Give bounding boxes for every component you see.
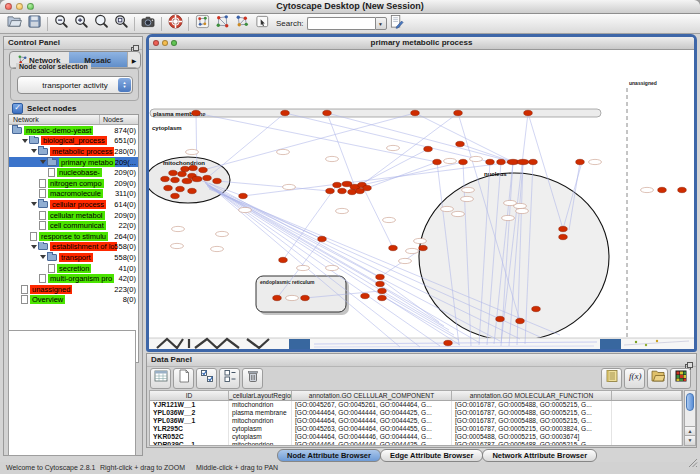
node-color-dropdown[interactable]: transporter activity ▲▼ xyxy=(17,76,133,94)
graph-node[interactable] xyxy=(188,188,197,193)
tree-row[interactable]: nitrogen compo209(0) xyxy=(9,178,138,189)
graph-node[interactable] xyxy=(182,178,192,183)
table-row[interactable]: YJR121W__1mitochondrion[GO:0045267, GO:0… xyxy=(150,401,682,409)
graph-node[interactable] xyxy=(678,187,687,192)
frame-minimize-icon[interactable] xyxy=(162,40,168,46)
network-tree-header[interactable]: Network Nodes xyxy=(9,115,138,125)
search-dropdown-icon[interactable]: ▼ xyxy=(375,17,387,30)
tree-row[interactable]: establishment of lo558(0) xyxy=(9,242,138,253)
graph-label-oval[interactable] xyxy=(641,187,654,192)
attribute-table-button[interactable] xyxy=(150,368,171,389)
delete-attribute-button[interactable] xyxy=(242,368,263,389)
close-window-icon[interactable] xyxy=(5,3,12,10)
graph-node[interactable] xyxy=(559,234,568,239)
graph-label-oval[interactable] xyxy=(216,231,229,236)
create-network-view-button[interactable] xyxy=(192,15,212,33)
graph-node[interactable] xyxy=(178,171,187,176)
graph-label-oval[interactable] xyxy=(186,149,199,154)
graph-node[interactable] xyxy=(496,316,505,321)
create-attribute-button[interactable] xyxy=(173,368,194,389)
table-row[interactable]: YDR039C__1mitochondrion[GO:0044464, GO:0… xyxy=(150,441,682,446)
attribute-table-header[interactable]: ID_cellularLayoutRegionannotation.GO CEL… xyxy=(150,391,682,401)
scroll-down-icon[interactable]: ▼ xyxy=(685,435,695,445)
graph-node[interactable] xyxy=(516,318,525,323)
graph-label-oval[interactable] xyxy=(406,248,419,253)
graph-node[interactable] xyxy=(378,295,387,300)
graph-label-oval[interactable] xyxy=(589,159,602,164)
formula-builder-button[interactable]: f(x) xyxy=(624,368,645,389)
edit-attributes-button[interactable] xyxy=(387,15,407,33)
tree-row[interactable]: transport558(0) xyxy=(9,252,138,263)
graph-node[interactable] xyxy=(361,293,370,298)
graph-node[interactable] xyxy=(389,245,398,250)
graph-label-oval[interactable] xyxy=(399,258,412,263)
graph-label-oval[interactable] xyxy=(277,149,290,154)
table-column-header[interactable]: annotation.GO CELLULAR_COMPONENT xyxy=(292,391,452,400)
zoom-in-button[interactable] xyxy=(71,15,91,33)
annotation-button[interactable] xyxy=(252,15,272,33)
graph-label-oval[interactable] xyxy=(297,265,310,270)
tree-row[interactable]: cell communicat22(0) xyxy=(9,220,138,231)
zoom-selected-button[interactable] xyxy=(91,15,111,33)
graph-label-oval[interactable] xyxy=(286,295,299,300)
graph-node[interactable] xyxy=(532,306,541,311)
graph-node[interactable] xyxy=(524,110,533,115)
tree-row[interactable]: primary metabo209(... xyxy=(9,157,138,168)
tabs-overflow-arrow-icon[interactable]: ▶ xyxy=(127,52,140,68)
graph-node[interactable] xyxy=(529,159,538,164)
apply-style-button[interactable] xyxy=(232,15,252,33)
search-input[interactable] xyxy=(307,17,375,30)
graph-node[interactable] xyxy=(281,110,290,115)
birdseye-view-panel[interactable] xyxy=(8,330,136,456)
window-titlebar[interactable]: Cytoscape Desktop (New Session) xyxy=(0,0,700,14)
table-row[interactable]: YLR295Ccytoplasm[GO:0045263, GO:0044464,… xyxy=(150,425,682,433)
expand-arrow-icon[interactable] xyxy=(31,245,37,249)
table-scrollbar[interactable]: ▲ ▼ xyxy=(684,390,696,446)
graph-node[interactable] xyxy=(444,340,453,345)
graph-node[interactable] xyxy=(273,295,282,300)
graph-label-oval[interactable] xyxy=(326,265,339,270)
graph-label-oval[interactable] xyxy=(502,215,515,220)
minimize-window-icon[interactable] xyxy=(16,3,23,10)
graph-node[interactable] xyxy=(176,186,185,191)
graph-label-oval[interactable] xyxy=(283,184,296,189)
table-row[interactable]: YPL036W__1mitochondrion[GO:0044464, GO:0… xyxy=(150,417,682,425)
graph-label-oval[interactable] xyxy=(326,156,339,161)
zoom-window-icon[interactable] xyxy=(27,3,34,10)
tree-row[interactable]: nucleobase-209(0) xyxy=(9,167,138,178)
graph-node[interactable] xyxy=(318,236,327,241)
graph-node[interactable] xyxy=(411,110,420,115)
graph-label-oval[interactable] xyxy=(470,156,483,161)
unified-view-button[interactable] xyxy=(219,368,240,389)
graph-node[interactable] xyxy=(658,187,667,192)
graph-node[interactable] xyxy=(348,189,357,194)
frame-close-icon[interactable] xyxy=(153,40,159,46)
graph-node[interactable] xyxy=(192,110,201,115)
graph-label-oval[interactable] xyxy=(441,206,454,211)
graph-node[interactable] xyxy=(164,185,173,190)
graph-label-oval[interactable] xyxy=(172,226,185,231)
tree-row[interactable]: cellular metabol209(0) xyxy=(9,210,138,221)
graph-node[interactable] xyxy=(517,159,529,164)
attribute-report-button[interactable] xyxy=(601,368,622,389)
graph-node[interactable] xyxy=(171,193,180,198)
graph-node[interactable] xyxy=(497,159,506,164)
graph-label-oval[interactable] xyxy=(414,238,427,243)
graph-label-oval[interactable] xyxy=(383,217,396,222)
graph-node[interactable] xyxy=(192,176,202,181)
table-column-header[interactable]: annotation.GO MOLECULAR_FUNCTION xyxy=(452,391,612,400)
expand-arrow-icon[interactable] xyxy=(31,149,37,153)
graph-node[interactable] xyxy=(419,245,428,250)
import-network-button[interactable] xyxy=(212,15,232,33)
graph-node[interactable] xyxy=(213,178,222,183)
select-attributes-button[interactable] xyxy=(196,368,217,389)
graph-node[interactable] xyxy=(433,159,442,164)
graph-node[interactable] xyxy=(199,167,208,172)
graph-node[interactable] xyxy=(301,295,310,300)
graph-node[interactable] xyxy=(363,185,372,190)
heatmap-button[interactable] xyxy=(670,368,691,389)
graph-node[interactable] xyxy=(378,288,387,293)
zoom-out-button[interactable] xyxy=(51,15,71,33)
table-row[interactable]: YKR052Ccytoplasm[GO:0044464, GO:0044446,… xyxy=(150,433,682,441)
zoom-fit-button[interactable] xyxy=(111,15,131,33)
